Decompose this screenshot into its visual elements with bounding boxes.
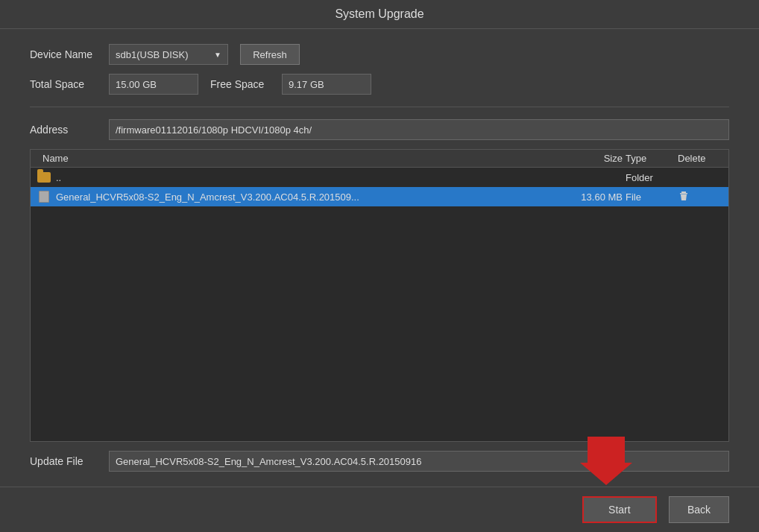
device-value: sdb1(USB DISK) <box>116 49 189 60</box>
device-label: Device Name <box>30 48 97 60</box>
total-space-label: Total Space <box>30 78 97 90</box>
free-space-label: Free Space <box>210 78 270 90</box>
folder-icon <box>37 171 51 183</box>
bottom-bar: Start Back <box>0 487 759 532</box>
file-name: .. <box>56 172 558 183</box>
start-button[interactable]: Start <box>582 496 657 523</box>
svg-rect-0 <box>681 191 686 193</box>
back-button[interactable]: Back <box>669 496 729 523</box>
arrow-indicator <box>580 437 632 487</box>
column-size: Size <box>558 153 626 164</box>
divider-1 <box>30 107 729 107</box>
svg-marker-2 <box>580 437 632 485</box>
space-row: Total Space 15.00 GB Free Space 9.17 GB <box>30 74 729 95</box>
dialog-content: Device Name sdb1(USB DISK) ▼ Refresh Tot… <box>0 29 759 487</box>
update-file-value: General_HCVR5x08-S2_Eng_N_Amcrest_V3.200… <box>109 451 729 472</box>
list-item[interactable]: General_HCVR5x08-S2_Eng_N_Amcrest_V3.200… <box>31 187 728 206</box>
title-text: System Upgrade <box>335 7 423 20</box>
free-space-value: 9.17 GB <box>282 74 371 95</box>
file-size: 13.60 MB <box>558 191 626 203</box>
chevron-down-icon: ▼ <box>214 51 221 59</box>
device-dropdown[interactable]: sdb1(USB DISK) ▼ <box>109 44 228 65</box>
trash-icon <box>678 190 690 202</box>
device-row: Device Name sdb1(USB DISK) ▼ Refresh <box>30 44 729 65</box>
dialog-title: System Upgrade <box>0 0 759 29</box>
column-name: Name <box>37 153 558 164</box>
address-row: Address /firmware01112016/1080p HDCVI/10… <box>30 119 729 140</box>
update-file-label: Update File <box>30 455 97 467</box>
address-label: Address <box>30 124 97 136</box>
file-type: Folder <box>626 172 678 183</box>
refresh-button[interactable]: Refresh <box>240 44 300 65</box>
file-name: General_HCVR5x08-S2_Eng_N_Amcrest_V3.200… <box>56 191 558 203</box>
total-space-value: 15.00 GB <box>109 74 198 95</box>
file-browser: Name Size Type Delete .. Folder <box>30 149 729 442</box>
address-value: /firmware01112016/1080p HDCVI/1080p 4ch/ <box>109 119 729 140</box>
file-list: .. Folder General_HCVR5x08-S2_Eng_N_Amcr… <box>31 168 728 441</box>
svg-rect-1 <box>680 193 687 194</box>
column-type: Type <box>626 153 678 164</box>
file-doc-icon <box>37 191 51 203</box>
delete-button[interactable] <box>678 190 722 204</box>
file-browser-header: Name Size Type Delete <box>31 150 728 168</box>
down-arrow-icon <box>580 437 632 485</box>
list-item[interactable]: .. Folder <box>31 168 728 187</box>
system-upgrade-dialog: System Upgrade Device Name sdb1(USB DISK… <box>0 0 759 532</box>
file-type: File <box>626 191 678 203</box>
column-delete: Delete <box>678 153 722 164</box>
